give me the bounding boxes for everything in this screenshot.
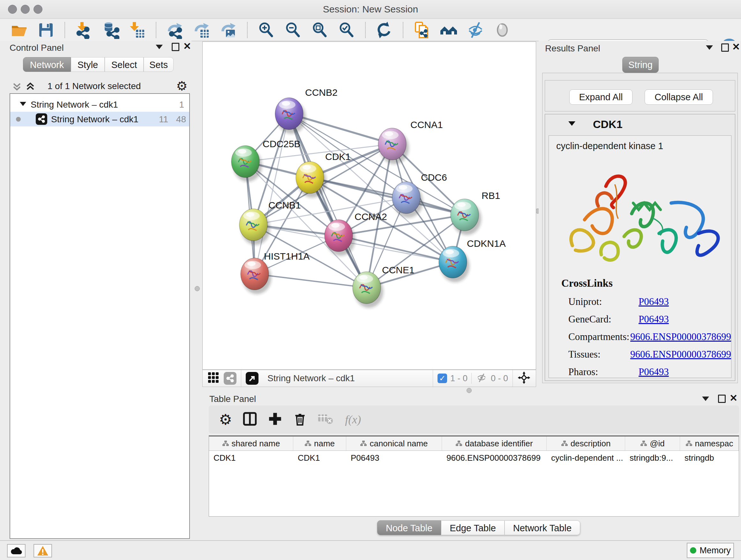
table-panel: Table Panel ✕ ⚙ f(x) shared namenamecano… <box>207 393 741 540</box>
float-panel-icon[interactable] <box>721 44 729 52</box>
table-cell[interactable]: 9606.ENSP00000378699 <box>442 451 547 465</box>
edge-CDK1-RB1[interactable] <box>310 178 465 215</box>
column-header-shared-name[interactable]: shared name <box>209 436 293 450</box>
section-collapse-icon[interactable] <box>568 121 576 126</box>
column-header-namespac[interactable]: namespac <box>680 436 739 450</box>
table-cell[interactable]: cyclin-dependent ... <box>547 451 625 465</box>
node-CCNE1[interactable] <box>353 272 383 308</box>
node-CCNB2[interactable] <box>275 98 306 134</box>
birdseye-navigator-icon[interactable] <box>517 371 531 386</box>
show-columns-icon[interactable] <box>242 411 258 428</box>
selected-checkbox-icon[interactable]: ✓ <box>437 374 447 383</box>
column-header-@id[interactable]: @id <box>625 436 680 450</box>
import-network-from-database-icon[interactable] <box>102 21 119 39</box>
crosslink-link[interactable]: 9606.ENSP00000378699 <box>630 331 731 343</box>
column-header-database-identifier[interactable]: database identifier <box>442 436 547 450</box>
network-row-selected[interactable]: String Network – cdk1 11 48 <box>10 112 189 126</box>
expand-all-button[interactable]: Expand All <box>569 89 632 105</box>
table-cell[interactable]: stringdb:9... <box>625 451 680 465</box>
cloud-button[interactable] <box>7 544 25 557</box>
table-cell[interactable]: CDK1 <box>209 451 293 465</box>
hide-selected-icon[interactable] <box>467 21 484 39</box>
open-session-icon[interactable] <box>10 21 28 39</box>
table-panel-title: Table Panel <box>209 394 256 404</box>
show-all-icon[interactable] <box>493 21 511 39</box>
column-header-canonical-name[interactable]: canonical name <box>346 436 442 450</box>
panel-menu-icon[interactable] <box>156 45 163 49</box>
crosslink-link[interactable]: 9606.ENSP00000378699 <box>630 349 731 360</box>
edge-CCNA2-CDKN1A[interactable] <box>339 236 453 262</box>
close-panel-icon[interactable]: ✕ <box>183 43 191 50</box>
import-table-icon[interactable] <box>128 21 146 39</box>
float-panel-icon[interactable] <box>172 43 179 51</box>
collection-collapse-icon[interactable] <box>20 102 26 106</box>
column-header-name[interactable]: name <box>293 436 346 450</box>
column-header-description[interactable]: description <box>547 436 625 450</box>
share-view-icon[interactable] <box>224 372 237 385</box>
gene-section-header[interactable]: CDK1 <box>545 114 735 135</box>
edge-CCNB2-HIST1H1A[interactable] <box>255 114 289 274</box>
import-network-icon[interactable] <box>75 21 92 39</box>
tab-edge-table[interactable]: Edge Table <box>441 520 504 535</box>
zoom-out-icon[interactable] <box>284 21 302 39</box>
left-splitter-handle[interactable] <box>195 286 200 291</box>
node-CDK1[interactable] <box>296 162 327 198</box>
duplicate-network-icon[interactable] <box>413 21 431 39</box>
create-column-icon[interactable] <box>268 412 282 428</box>
grid-view-icon[interactable] <box>208 372 219 385</box>
string-results-container: Expand All Collapse All CDK1 cyclin-depe… <box>542 73 738 383</box>
close-panel-icon[interactable]: ✕ <box>730 394 738 402</box>
node-CCNA2[interactable] <box>325 220 355 256</box>
network-collection-row[interactable]: String Network – cdk1 1 <box>10 97 189 112</box>
network-graph[interactable]: CCNB2CCNA1CDC25BCDK1CDC6RB1CCNB1CCNA2CDK… <box>203 42 536 369</box>
tab-node-table[interactable]: Node Table <box>377 520 441 535</box>
crosslink-row: GeneCard:P06493 <box>549 310 731 328</box>
warning-button[interactable] <box>33 544 52 557</box>
panel-menu-icon[interactable] <box>702 396 709 401</box>
node-HIST1H1A[interactable] <box>241 258 271 294</box>
node-CDC25B[interactable] <box>231 145 262 182</box>
node-RB1[interactable] <box>451 199 481 235</box>
status-bar: Memory <box>0 540 741 560</box>
network-view-canvas[interactable]: CCNB2CCNA1CDC25BCDK1CDC6RB1CCNB1CCNA2CDK… <box>202 42 536 370</box>
open-in-new-icon[interactable] <box>246 372 259 385</box>
crosslink-link[interactable]: P06493 <box>638 296 669 307</box>
node-CDC6[interactable] <box>392 182 423 218</box>
network-options-gear-icon[interactable]: ⚙ <box>176 78 188 93</box>
refresh-icon[interactable] <box>375 21 393 39</box>
table-cell[interactable]: CDK1 <box>293 451 346 465</box>
table-cell[interactable]: P06493 <box>346 451 442 465</box>
tab-network-table[interactable]: Network Table <box>504 520 580 535</box>
tab-select[interactable]: Select <box>105 57 144 72</box>
memory-button[interactable]: Memory <box>687 543 734 558</box>
horizontal-splitter-handle[interactable] <box>467 388 472 393</box>
close-panel-icon[interactable]: ✕ <box>732 43 740 51</box>
tab-sets[interactable]: Sets <box>144 57 174 72</box>
table-options-gear-icon[interactable]: ⚙ <box>219 412 232 427</box>
node-CDKN1A[interactable] <box>439 246 469 282</box>
table-header-row: shared namenamecanonical namedatabase id… <box>209 436 739 451</box>
tab-network[interactable]: Network <box>23 57 71 72</box>
export-table-icon[interactable] <box>193 21 211 39</box>
crosslink-link[interactable]: P06493 <box>638 314 669 325</box>
home-icon[interactable] <box>440 21 458 39</box>
export-network-icon[interactable] <box>166 21 184 39</box>
table-cell[interactable]: stringdb <box>680 451 739 465</box>
node-label-CDK1: CDK1 <box>325 151 351 162</box>
save-session-icon[interactable] <box>37 21 55 39</box>
crosslink-link[interactable]: P06493 <box>638 366 669 378</box>
panel-menu-icon[interactable] <box>706 45 713 50</box>
float-panel-icon[interactable] <box>718 395 726 403</box>
column-header-label: namespac <box>695 439 733 449</box>
collapse-all-button[interactable]: Collapse All <box>645 89 713 105</box>
zoom-in-icon[interactable] <box>257 21 275 39</box>
zoom-fit-icon[interactable] <box>311 21 329 39</box>
export-image-icon[interactable] <box>219 21 238 39</box>
tab-style[interactable]: Style <box>71 57 105 72</box>
node-table[interactable]: shared namenamecanonical namedatabase id… <box>209 435 739 516</box>
table-row[interactable]: CDK1CDK1P064939606.ENSP00000378699cyclin… <box>209 451 739 465</box>
zoom-selected-icon[interactable] <box>338 21 355 39</box>
edge-HIST1H1A-CCNE1[interactable] <box>255 274 367 288</box>
delete-column-trash-icon[interactable] <box>293 412 307 428</box>
tab-string[interactable]: String <box>622 57 659 73</box>
